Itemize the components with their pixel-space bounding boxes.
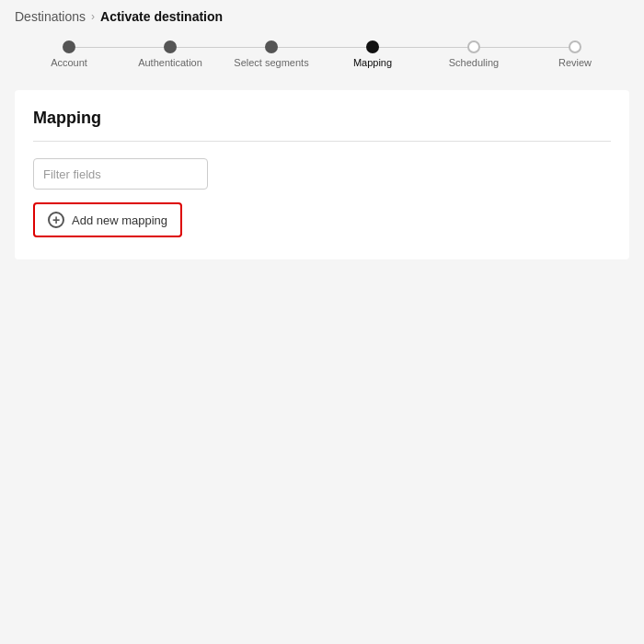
step-label-select-segments: Select segments: [234, 57, 308, 68]
page-container: Destinations › Activate destination Acco…: [0, 0, 644, 644]
step-label-review: Review: [558, 57, 592, 68]
divider: [33, 141, 611, 142]
step-label-mapping: Mapping: [353, 57, 392, 68]
stepper-step-account: Account: [18, 40, 120, 68]
stepper-step-select-segments: Select segments: [221, 40, 322, 68]
step-dot-review: [569, 40, 581, 53]
step-dot-mapping: [366, 40, 379, 53]
breadcrumb-current: Activate destination: [100, 9, 223, 24]
stepper-step-scheduling: Scheduling: [423, 40, 524, 68]
section-title: Mapping: [33, 109, 611, 128]
plus-icon: +: [48, 212, 64, 228]
filter-fields-input[interactable]: [33, 158, 208, 190]
content-card: Mapping + Add new mapping: [15, 90, 629, 259]
step-dot-authentication: [164, 40, 177, 53]
step-label-authentication: Authentication: [138, 57, 202, 68]
add-mapping-button[interactable]: + Add new mapping: [33, 202, 182, 237]
add-mapping-label: Add new mapping: [72, 213, 167, 227]
stepper: AccountAuthenticationSelect segmentsMapp…: [15, 40, 629, 68]
stepper-step-authentication: Authentication: [120, 40, 221, 68]
breadcrumb: Destinations › Activate destination: [15, 9, 629, 24]
step-dot-scheduling: [467, 40, 480, 53]
step-dot-select-segments: [265, 40, 278, 53]
stepper-step-mapping: Mapping: [322, 40, 423, 68]
step-label-account: Account: [51, 57, 87, 68]
step-dot-account: [63, 40, 75, 53]
step-label-scheduling: Scheduling: [449, 57, 499, 68]
stepper-step-review: Review: [524, 40, 626, 68]
breadcrumb-separator: ›: [91, 10, 95, 23]
breadcrumb-link[interactable]: Destinations: [15, 9, 86, 24]
